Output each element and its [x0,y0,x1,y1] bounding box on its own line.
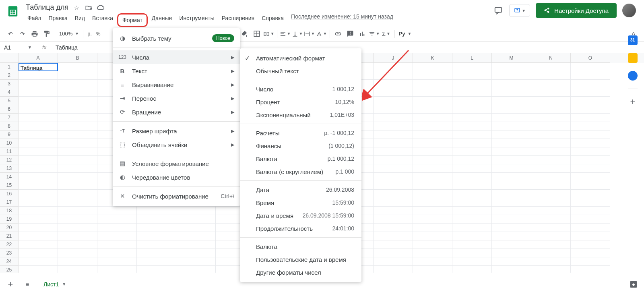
cell[interactable] [58,215,97,224]
cell[interactable] [452,71,492,80]
percent-format-button[interactable]: % [94,31,102,37]
cell[interactable] [374,173,413,181]
cell[interactable] [531,240,571,249]
cell[interactable] [452,240,492,249]
cell[interactable] [374,232,413,240]
functions-icon[interactable]: Σ▼ [381,28,392,39]
paint-format-icon[interactable] [41,28,52,39]
cell[interactable] [492,139,531,147]
nm-percent[interactable]: Процент10,12% [240,95,361,108]
cell[interactable] [571,215,610,224]
menu-file[interactable]: Файл [24,13,44,27]
col-header[interactable]: M [492,53,531,63]
cell[interactable]: Таблица [19,63,58,71]
menu-data[interactable]: Данные [149,13,175,27]
cell[interactable] [58,97,97,105]
cell[interactable] [176,266,216,273]
cell[interactable] [176,224,216,232]
cell[interactable] [452,198,492,207]
cell[interactable] [531,122,571,130]
cell[interactable] [374,224,413,232]
row-header[interactable]: 10 [0,139,19,147]
row-header[interactable]: 14 [0,173,19,181]
cell[interactable] [19,105,58,114]
cell[interactable] [571,266,610,273]
cell[interactable] [374,130,413,139]
cell[interactable] [58,63,97,71]
row-header[interactable]: 12 [0,156,19,164]
cell[interactable] [492,105,531,114]
nm-financial[interactable]: Финансы(1 000,12) [240,139,361,152]
cell[interactable] [19,71,58,80]
cell[interactable] [176,257,216,266]
cell[interactable] [531,63,571,71]
col-header[interactable]: J [374,53,413,63]
fill-color-icon[interactable] [239,28,250,39]
cell[interactable] [531,224,571,232]
row-header[interactable]: 16 [0,190,19,198]
row-header[interactable]: 8 [0,122,19,130]
cell[interactable] [452,88,492,97]
cell[interactable] [452,147,492,156]
row-header[interactable]: 23 [0,249,19,257]
row-header[interactable]: 3 [0,80,19,88]
cell[interactable] [137,266,176,273]
cell[interactable] [571,147,610,156]
menu-item-text[interactable]: BТекст▶ [113,64,240,78]
cell[interactable] [19,130,58,139]
menu-item-alternating[interactable]: ◐Чередование цветов [113,170,240,184]
cell[interactable] [492,240,531,249]
cell[interactable] [19,139,58,147]
cell[interactable] [492,215,531,224]
row-header[interactable]: 9 [0,130,19,139]
cell[interactable] [571,224,610,232]
nm-more-number[interactable]: Другие форматы чисел [240,266,361,279]
cell[interactable] [531,257,571,266]
chart-icon[interactable] [357,28,368,39]
cell[interactable] [492,257,531,266]
comment-icon[interactable] [345,28,356,39]
cell[interactable] [492,266,531,273]
cell[interactable] [452,63,492,71]
cell[interactable] [571,181,610,190]
row-header[interactable]: 4 [0,88,19,97]
cell[interactable] [137,215,176,224]
avatar[interactable] [622,4,636,17]
cell[interactable] [492,249,531,257]
cell[interactable] [374,240,413,249]
cell[interactable] [571,232,610,240]
cell[interactable] [413,156,452,164]
menu-item-clear[interactable]: ✕Очистить форматированиеCtrl+\ [113,189,240,203]
cell[interactable] [571,88,610,97]
cell[interactable] [531,181,571,190]
cell[interactable] [58,232,97,240]
cell[interactable] [97,215,137,224]
cell[interactable] [413,147,452,156]
cell[interactable] [452,215,492,224]
cell[interactable] [531,147,571,156]
cell[interactable] [413,215,452,224]
formula-input[interactable]: Таблица [52,44,78,51]
nm-duration[interactable]: Продолжительность24:01:00 [240,222,361,235]
row-header[interactable]: 13 [0,164,19,173]
cell[interactable] [58,249,97,257]
row-header[interactable]: 24 [0,257,19,266]
menu-edit[interactable]: Правка [45,13,70,27]
cell[interactable] [492,173,531,181]
cell[interactable] [452,80,492,88]
cell[interactable] [531,156,571,164]
nm-accounting[interactable]: Расчетыр. -1 000,12 [240,126,361,139]
cell[interactable] [571,249,610,257]
cell[interactable] [413,71,452,80]
cell[interactable] [492,122,531,130]
cell[interactable] [58,240,97,249]
cell[interactable] [413,139,452,147]
row-header[interactable]: 19 [0,215,19,224]
cell[interactable] [413,80,452,88]
cell[interactable] [19,249,58,257]
sheets-logo[interactable] [5,3,21,19]
cell[interactable] [374,198,413,207]
borders-icon[interactable] [251,28,262,39]
cell[interactable] [374,164,413,173]
cell[interactable] [571,122,610,130]
